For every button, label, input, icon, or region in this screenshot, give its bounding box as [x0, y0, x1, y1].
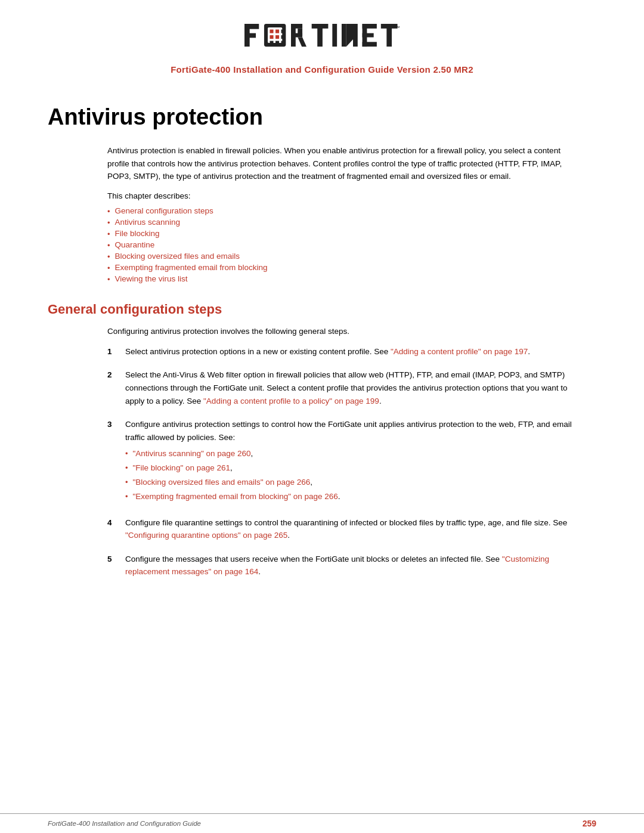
step-3-link-4[interactable]: "Exempting fragmented email from blockin… — [133, 490, 338, 503]
step-3-link-3[interactable]: "Blocking oversized files and emails" on… — [133, 476, 311, 489]
page-container: ™ FortiGate-400 Installation and Configu… — [0, 0, 644, 833]
svg-rect-30 — [386, 24, 392, 47]
svg-text:™: ™ — [395, 25, 400, 30]
intro-para-1: Antivirus protection is enabled in firew… — [107, 144, 584, 183]
step-3-comma-2: , — [230, 462, 233, 475]
svg-rect-20 — [317, 24, 323, 47]
step-number-1: 1 — [107, 345, 125, 358]
toc-item-virus-list[interactable]: Viewing the virus list — [107, 274, 584, 284]
svg-rect-15 — [291, 24, 302, 29]
step-number-2: 2 — [107, 368, 125, 382]
svg-rect-1 — [244, 24, 259, 29]
svg-rect-9 — [275, 35, 279, 39]
toc-list: General configuration steps Antivirus sc… — [107, 206, 584, 284]
step-3: 3 Configure antivirus protection setting… — [107, 418, 584, 505]
svg-rect-12 — [275, 41, 279, 45]
step-3-bullet-4: "Exempting fragmented email from blockin… — [125, 490, 584, 503]
svg-rect-26 — [363, 24, 377, 29]
step-4-text: Configure file quarantine settings to co… — [125, 518, 567, 527]
fortinet-logo: ™ — [244, 21, 400, 57]
toc-link-scanning[interactable]: Antivirus scanning — [115, 218, 181, 227]
step-5: 5 Configure the messages that users rece… — [107, 553, 584, 578]
step-number-5: 5 — [107, 553, 125, 566]
step-3-bullet-1: "Antivirus scanning" on page 260, — [125, 447, 584, 460]
svg-rect-2 — [244, 33, 256, 38]
svg-rect-11 — [270, 41, 273, 45]
step-4-after: . — [287, 531, 290, 540]
step-2: 2 Select the Anti-Virus & Web filter opt… — [107, 368, 584, 407]
svg-rect-27 — [363, 33, 374, 38]
svg-marker-18 — [298, 38, 306, 47]
main-content: Antivirus protection Antivirus protectio… — [0, 80, 644, 813]
svg-rect-5 — [270, 30, 273, 33]
toc-item-file-blocking[interactable]: File blocking — [107, 229, 584, 239]
step-5-text: Configure the messages that users receiv… — [125, 555, 502, 563]
step-5-after: . — [258, 567, 261, 576]
step-2-after: . — [379, 397, 382, 405]
chapter-describes: This chapter describes: — [107, 191, 584, 200]
numbered-steps: 1 Select antivirus protection options in… — [107, 345, 584, 578]
step-3-subbullets: "Antivirus scanning" on page 260, "File … — [125, 447, 584, 503]
step-content-3: Configure antivirus protection settings … — [125, 418, 584, 505]
svg-rect-8 — [270, 35, 273, 39]
toc-item-general[interactable]: General configuration steps — [107, 206, 584, 216]
step-3-comma-3: , — [310, 476, 312, 489]
config-section: Configuring antivirus protection involve… — [107, 327, 584, 578]
step-content-5: Configure the messages that users receiv… — [125, 553, 584, 578]
step-3-comma-1: , — [251, 447, 253, 460]
step-4-link[interactable]: "Configuring quarantine options" on page… — [125, 531, 287, 540]
toc-link-fragmented[interactable]: Exempting fragmented email from blocking — [115, 263, 268, 272]
step-content-1: Select antivirus protection options in a… — [125, 345, 584, 358]
svg-rect-21 — [332, 24, 337, 47]
toc-link-file-blocking[interactable]: File blocking — [115, 229, 160, 238]
step-content-4: Configure file quarantine settings to co… — [125, 516, 584, 542]
intro-section: Antivirus protection is enabled in firew… — [107, 144, 584, 284]
step-3-link-2[interactable]: "File blocking" on page 261 — [133, 462, 230, 475]
header: ™ FortiGate-400 Installation and Configu… — [0, 0, 644, 80]
svg-rect-6 — [275, 30, 279, 33]
svg-rect-28 — [363, 42, 377, 47]
step-1-link[interactable]: "Adding a content profile" on page 197 — [391, 347, 528, 356]
section-heading-general: General configuration steps — [48, 302, 596, 317]
header-subtitle: FortiGate-400 Installation and Configura… — [171, 64, 473, 75]
footer: FortiGate-400 Installation and Configura… — [0, 813, 644, 833]
step-1: 1 Select antivirus protection options in… — [107, 345, 584, 358]
step-number-3: 3 — [107, 418, 125, 431]
toc-link-oversized[interactable]: Blocking oversized files and emails — [115, 252, 240, 261]
toc-item-fragmented[interactable]: Exempting fragmented email from blocking — [107, 263, 584, 272]
logo-container: ™ — [244, 21, 400, 60]
step-content-2: Select the Anti-Virus & Web filter optio… — [125, 368, 584, 407]
svg-rect-13 — [281, 41, 285, 45]
toc-link-general[interactable]: General configuration steps — [115, 206, 213, 215]
config-intro: Configuring antivirus protection involve… — [107, 327, 584, 336]
step-4: 4 Configure file quarantine settings to … — [107, 516, 584, 542]
svg-rect-10 — [281, 35, 285, 39]
step-1-after: . — [528, 347, 530, 356]
toc-link-quarantine[interactable]: Quarantine — [115, 240, 155, 249]
svg-rect-17 — [291, 33, 302, 38]
step-3-link-1[interactable]: "Antivirus scanning" on page 260 — [133, 447, 251, 460]
step-3-text: Configure antivirus protection settings … — [125, 420, 572, 442]
chapter-title: Antivirus protection — [48, 104, 596, 130]
toc-item-quarantine[interactable]: Quarantine — [107, 240, 584, 250]
footer-right: 259 — [583, 819, 596, 828]
step-number-4: 4 — [107, 516, 125, 529]
svg-rect-23 — [353, 24, 358, 47]
step-2-link[interactable]: "Adding a content profile to a policy" o… — [203, 397, 379, 405]
step-1-text: Select antivirus protection options in a… — [125, 347, 391, 356]
toc-link-virus-list[interactable]: Viewing the virus list — [115, 274, 188, 283]
step-3-bullet-3: "Blocking oversized files and emails" on… — [125, 476, 584, 489]
toc-item-oversized[interactable]: Blocking oversized files and emails — [107, 252, 584, 261]
step-3-comma-4: . — [338, 490, 340, 503]
svg-marker-24 — [346, 24, 353, 47]
svg-rect-22 — [342, 24, 346, 47]
toc-item-scanning[interactable]: Antivirus scanning — [107, 218, 584, 227]
step-3-bullet-2: "File blocking" on page 261, — [125, 462, 584, 475]
footer-left: FortiGate-400 Installation and Configura… — [48, 820, 201, 827]
svg-rect-7 — [281, 30, 285, 33]
